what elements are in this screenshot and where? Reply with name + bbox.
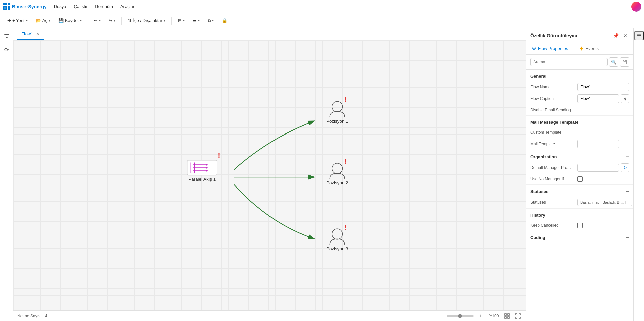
import-export-icon: ⇅ (128, 18, 132, 23)
section-mail-template: Mail Message Template − Custom Template … (526, 116, 633, 150)
logo-grid-icon (3, 3, 10, 10)
close-panel-button[interactable]: ✕ (621, 32, 629, 40)
app-logo[interactable]: BimserSynergy (3, 3, 47, 10)
statuses-collapse-button[interactable]: − (626, 188, 629, 194)
new-button[interactable]: ✚ + Yeni ▾ (4, 16, 31, 25)
zoom-slider[interactable] (447, 315, 474, 317)
menu-dosya[interactable]: Dosya (51, 3, 70, 10)
default-manager-select[interactable] (577, 164, 619, 172)
undo-button[interactable]: ↩ ▾ (91, 16, 104, 25)
statuses-title: Statuses (530, 189, 548, 194)
menu-calistir[interactable]: Çalıştır (70, 3, 91, 10)
parallel-node: ! Paralel Akış 1 (187, 152, 220, 182)
separator-1 (88, 17, 88, 25)
svg-rect-2 (6, 37, 8, 38)
save-layout-button[interactable] (620, 57, 629, 67)
flow-caption-input[interactable] (577, 94, 619, 103)
new-chevron-icon: ▾ (26, 19, 28, 22)
svg-rect-28 (505, 314, 506, 315)
keep-cancelled-label: Keep Cancelled (530, 223, 577, 228)
svg-text:!: ! (344, 223, 346, 231)
tab-events[interactable]: Events (574, 43, 604, 54)
object-count-value: 4 (45, 314, 47, 318)
fullscreen-button[interactable] (514, 312, 522, 320)
menu-goruntum[interactable]: Görünüm (92, 3, 116, 10)
svg-rect-36 (623, 63, 626, 63)
custom-template-row: Custom Template (526, 127, 633, 138)
far-right-menu-button[interactable] (634, 31, 644, 40)
grid-icon: ⊞ (178, 18, 182, 23)
lock-button[interactable]: 🔒 (218, 16, 231, 25)
grid-button[interactable]: ⊞ ▾ (175, 16, 188, 25)
flow-name-input[interactable] (577, 83, 629, 91)
svg-rect-0 (4, 34, 9, 35)
statuses-text: Başlatılmadı, Başladı, Bitti, [... (577, 199, 632, 206)
default-manager-label: Default Manager Pro... (530, 165, 577, 170)
coding-collapse-button[interactable]: − (626, 234, 629, 240)
history-collapse-button[interactable]: − (626, 212, 629, 218)
redo-button[interactable]: ↪ ▾ (105, 16, 119, 25)
app-name: BimserSynergy (12, 4, 47, 9)
search-input[interactable] (530, 58, 608, 66)
keep-cancelled-checkbox[interactable] (577, 223, 583, 228)
default-manager-refresh-button[interactable]: ↻ (621, 163, 629, 172)
zoom-thumb[interactable] (458, 314, 462, 318)
use-no-manager-checkbox[interactable] (577, 176, 583, 182)
general-collapse-button[interactable]: − (626, 73, 629, 79)
section-statuses: Statuses − Statuses Başlatılmadı, Başlad… (526, 185, 633, 209)
mail-template-label: Mail Template (530, 142, 577, 146)
copy-format-button[interactable]: ⧉ ▾ (204, 16, 217, 25)
svg-text:!: ! (218, 152, 220, 160)
section-coding: Coding − (526, 231, 633, 243)
grid-chevron-icon: ▾ (183, 19, 185, 22)
default-manager-row: Default Manager Pro... ↻ (526, 162, 633, 174)
redo-icon: ↪ (109, 18, 112, 23)
mail-template-more-button[interactable]: ··· (621, 140, 629, 148)
zoom-controls: − + %100 (436, 312, 522, 320)
left-sidebar (0, 28, 13, 321)
section-mail-header: Mail Message Template − (526, 116, 633, 127)
menu-araclar[interactable]: Araçlar (117, 3, 138, 10)
align-button[interactable]: ☰ ▾ (189, 16, 203, 25)
pos3-node: ! Pozisyon 3 (326, 223, 348, 251)
zoom-in-button[interactable]: + (476, 312, 484, 320)
tab-close-button[interactable]: ✕ (35, 31, 40, 37)
svg-rect-29 (508, 314, 509, 315)
fit-view-button[interactable] (503, 312, 511, 320)
import-export-button[interactable]: ⇅ İçe / Dışa aktar ▾ (125, 16, 168, 25)
lightning-icon (579, 46, 584, 51)
svg-text:!: ! (344, 157, 346, 166)
svg-text:Paralel Akış 1: Paralel Akış 1 (188, 177, 216, 182)
save-button[interactable]: 💾 Kaydet ▾ (55, 16, 85, 25)
mail-collapse-button[interactable]: − (626, 119, 629, 125)
mail-template-row: Mail Template ··· (526, 138, 633, 150)
svg-rect-34 (624, 60, 626, 61)
svg-rect-30 (505, 317, 506, 318)
search-button[interactable]: 🔍 (609, 57, 618, 67)
default-manager-value: ↻ (577, 163, 629, 172)
flow-name-value (577, 83, 629, 91)
section-statuses-header: Statuses − (526, 185, 633, 196)
toolbar: ✚ + Yeni ▾ 📂 Aç ▾ 💾 Kaydet ▾ ↩ ▾ ↪ ▾ ⇅ İ… (0, 13, 644, 28)
user-avatar[interactable] (631, 2, 641, 12)
tab-flow-properties[interactable]: Flow Properties (526, 43, 574, 54)
sidebar-key-icon[interactable] (1, 44, 12, 55)
object-count-label: Nesne Sayısı : (17, 314, 44, 318)
plus-icon: ✚ (7, 18, 11, 23)
sidebar-filter-icon[interactable] (1, 31, 12, 42)
align-chevron-icon: ▾ (198, 19, 200, 22)
tab-flow1[interactable]: Flow1 ✕ (17, 29, 44, 40)
flow-name-row: Flow Name (526, 81, 633, 93)
pin-button[interactable]: 📌 (612, 32, 620, 40)
panel-header: Özellik Görüntüleyici 📌 ✕ (526, 28, 633, 43)
main-area: Flow1 ✕ (0, 28, 644, 321)
flow-caption-settings-button[interactable] (621, 94, 629, 103)
custom-template-value (577, 130, 629, 135)
zoom-out-button[interactable]: − (436, 312, 444, 320)
org-collapse-button[interactable]: − (626, 154, 629, 160)
canvas[interactable]: ! Paralel Akış 1 ! Pozisyon 1 (13, 40, 526, 310)
panel-actions: 📌 ✕ (612, 32, 629, 40)
section-organization: Organization − Default Manager Pro... ↻ … (526, 150, 633, 185)
open-button[interactable]: 📂 Aç ▾ (32, 16, 54, 25)
mail-template-input[interactable] (577, 140, 619, 148)
